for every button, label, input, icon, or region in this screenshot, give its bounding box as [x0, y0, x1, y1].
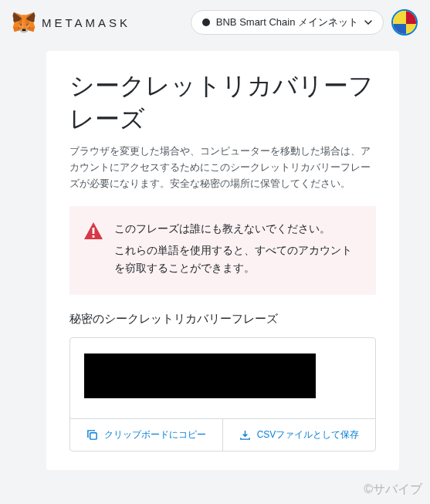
copy-clipboard-button[interactable]: クリップボードにコピー	[70, 419, 223, 451]
download-icon	[239, 429, 251, 441]
phrase-container: クリップボードにコピー CSVファイルとして保存	[69, 337, 376, 452]
copy-icon	[86, 429, 98, 441]
svg-rect-3	[90, 433, 96, 439]
fox-icon	[12, 12, 36, 33]
page-description: ブラウザを変更した場合や、コンピューターを移動した場合は、アカウントにアクセスす…	[69, 144, 376, 191]
phrase-section-label: 秘密のシークレットリカバリーフレーズ	[69, 312, 376, 326]
warning-line-1: このフレーズは誰にも教えないでください。	[114, 220, 361, 238]
watermark: ©サバイブ	[364, 482, 422, 498]
copy-label: クリップボードにコピー	[104, 428, 206, 441]
brand-text: METAMASK	[42, 16, 130, 29]
save-csv-button[interactable]: CSVファイルとして保存	[223, 419, 375, 451]
warning-text: このフレーズは誰にも教えないでください。 これらの単語を使用すると、すべてのアカ…	[114, 220, 361, 281]
warning-triangle-icon	[83, 222, 103, 240]
brand-logo: METAMASK	[12, 12, 130, 33]
page-title: シークレットリカバリーフレーズ	[69, 69, 376, 136]
svg-rect-2	[93, 235, 95, 238]
network-indicator-dot	[202, 19, 210, 26]
warning-banner: このフレーズは誰にも教えないでください。 これらの単語を使用すると、すべてのアカ…	[69, 206, 376, 295]
main-card: シークレットリカバリーフレーズ ブラウザを変更した場合や、コンピューターを移動し…	[46, 51, 399, 470]
save-label: CSVファイルとして保存	[257, 428, 360, 441]
svg-rect-1	[93, 228, 95, 234]
network-label: BNB Smart Chain メインネット	[216, 15, 358, 29]
warning-line-2: これらの単語を使用すると、すべてのアカウントを窃取することができます。	[114, 242, 361, 279]
phrase-display	[70, 338, 375, 418]
network-selector[interactable]: BNB Smart Chain メインネット	[191, 10, 384, 35]
phrase-redacted-block	[84, 353, 316, 398]
account-avatar[interactable]	[391, 9, 418, 36]
chevron-down-icon	[364, 20, 372, 25]
